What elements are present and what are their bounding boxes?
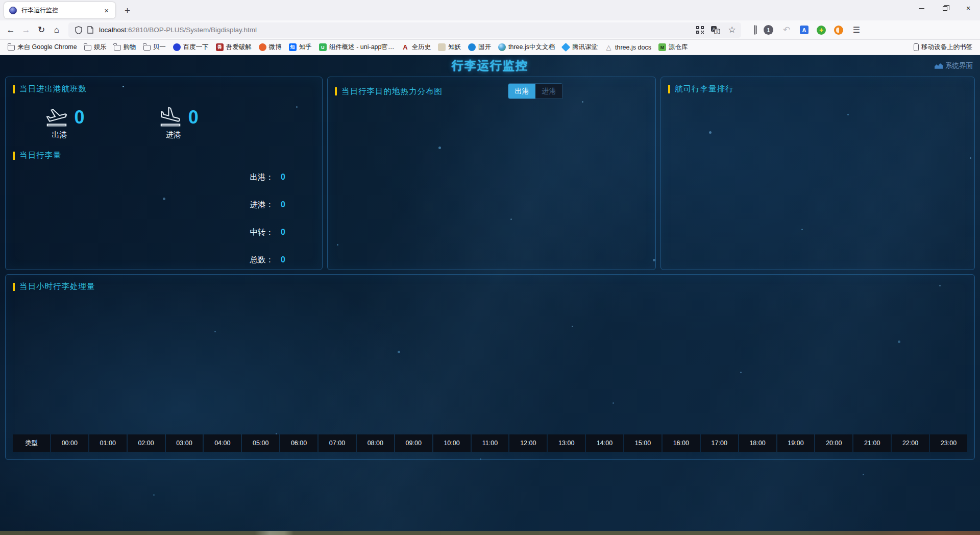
phone-icon [914,43,919,51]
hour-cell: 21:00 [853,434,891,452]
area-chart-icon [935,63,943,69]
arrival-counter: 0 进港 [159,106,199,140]
reload-button[interactable]: ↻ [34,23,49,37]
bookmark-label: three.js docs [615,44,651,51]
sidebar-toggle-icon[interactable] [754,26,755,35]
ranking-panel-header: 航司行李量排行 [661,77,974,94]
qr-code-icon[interactable] [696,26,704,34]
bookmark-label: 购物 [124,43,136,52]
back-button[interactable]: ← [3,23,18,37]
minimize-icon [919,8,924,9]
hourly-panel-header: 当日小时行李处理量 [6,275,974,292]
bookmark-favicon-icon: A [402,43,409,51]
translate-extension-icon[interactable]: A [800,26,808,34]
close-window-button[interactable]: × [957,0,980,16]
bookmark-favicon-icon [8,45,15,51]
bookmark-item[interactable]: 吾 吾爱破解 [212,41,255,53]
translate-page-icon[interactable]: A文 [711,26,720,34]
bookmark-favicon-icon: 吾 [216,43,224,51]
system-interface-link[interactable]: 系统界面 [935,61,973,70]
bookmark-favicon-icon: 知 [289,43,297,51]
bookmark-favicon-icon [84,45,91,51]
window-controls: × [910,0,980,16]
bookmark-label: 贝一 [153,43,166,52]
tab-close-icon[interactable]: × [103,6,110,15]
bookmark-label: 娱乐 [94,43,107,52]
hour-cell: 08:00 [357,434,394,452]
toggle-button[interactable]: 出港 [508,84,535,99]
arrival-flights-value: 0 [188,107,199,128]
plane-landing-icon [159,106,182,129]
hour-cell: 20:00 [815,434,852,452]
tab-favicon-icon [9,7,17,14]
bookmark-item[interactable]: three.js中文文档 [495,41,558,53]
bookmark-item[interactable]: 购物 [110,41,140,53]
top-panels-row: 当日进出港航班数 0 出港 0 进港 [5,77,975,270]
hour-cell: 05:00 [242,434,279,452]
browser-tab[interactable]: 行李运行监控 × [4,2,115,18]
undo-extension-icon[interactable]: ↶ [781,25,792,35]
bookmark-favicon-icon [114,45,121,51]
baggage-stats: 出港： 0 进港： 0 中转： 0 总数： 0 [250,172,285,265]
bookmark-item[interactable]: A 全历史 [398,41,435,53]
bookmark-star-icon[interactable]: ☆ [727,25,737,35]
bookmark-item[interactable]: 来自 Google Chrome [4,41,81,53]
hour-cell: 23:00 [930,434,967,452]
hour-cell: 16:00 [663,434,700,452]
home-button[interactable]: ⌂ [49,23,64,37]
bookmark-label: 组件概述 - uni-app官… [329,43,395,52]
hour-cell: 18:00 [739,434,776,452]
shield-icon[interactable] [75,26,82,34]
green-extension-icon[interactable]: + [817,26,826,35]
baggage-stat-label: 进港： [250,200,274,210]
hour-cell: 02:00 [128,434,165,452]
bookmark-item[interactable]: U 组件概述 - uni-app官… [315,41,398,53]
account-badge[interactable]: 1 [764,25,773,35]
mobile-bookmarks-item[interactable]: 移动设备上的书签 [910,41,976,53]
arrival-flights-label: 进港 [166,130,181,140]
address-bar[interactable]: localhost:62810/BOP-PLUS/System/Bigdispl… [68,22,741,38]
heatmap-panel-header: 当日行李目的地热力分布图 出港 进港 [328,77,655,99]
bookmark-item[interactable]: 微博 [255,41,285,53]
baggage-stat-label: 出港： [250,172,274,183]
hour-cell: 10:00 [433,434,471,452]
bookmark-item[interactable]: 腾讯课堂 [558,41,601,53]
bookmark-item[interactable]: 知妖 [434,41,464,53]
baggage-stat-row: 中转： 0 [250,227,285,238]
menu-icon[interactable]: ☰ [851,25,862,35]
bookmark-favicon-icon [438,43,446,51]
bookmark-favicon-icon [468,43,476,51]
toggle-button[interactable]: 进港 [535,84,562,99]
bookmark-item[interactable]: 娱乐 [81,41,110,53]
hour-cell: 19:00 [777,434,815,452]
restore-button[interactable] [933,0,957,16]
bookmark-label: 国开 [478,43,491,52]
baggage-stat-row: 总数： 0 [250,255,285,265]
minimize-button[interactable] [910,0,933,16]
header-marker [668,85,670,93]
new-tab-button[interactable]: + [120,5,134,16]
bookmark-item[interactable]: M 源仓库 [655,41,692,53]
header-marker [13,85,15,93]
bookmark-item[interactable]: 知 知乎 [285,41,315,53]
forward-button[interactable]: → [18,23,34,37]
page-title: 行李运行监控 [452,58,528,74]
hour-cell: 07:00 [318,434,356,452]
bookmark-favicon-icon: M [658,43,666,51]
baggage-subtitle: 当日行李量 [19,150,62,161]
hour-header-row: 类型 00:00 01:00 02:00 03:00 04:00 05:00 0… [13,434,967,452]
bookmark-item[interactable]: △ three.js docs [601,42,655,53]
hour-cell: 15:00 [624,434,662,452]
bookmark-item[interactable]: 贝一 [140,41,169,53]
ranking-panel: 航司行李量排行 [660,77,975,270]
orange-extension-icon[interactable] [834,26,843,35]
header-marker [335,87,337,95]
bookmark-item[interactable]: 百度一下 [169,41,212,53]
bookmark-item[interactable]: 国开 [464,41,495,53]
bookmark-favicon-icon [561,43,570,52]
ranking-panel-title: 航司行李量排行 [675,84,734,94]
page-info-icon[interactable] [87,26,93,34]
baggage-stat-value: 0 [281,228,285,237]
url-text[interactable]: localhost:62810/BOP-PLUS/System/Bigdispl… [99,26,691,34]
toolbar-right: 1 ↶ A + ☰ [754,25,862,35]
